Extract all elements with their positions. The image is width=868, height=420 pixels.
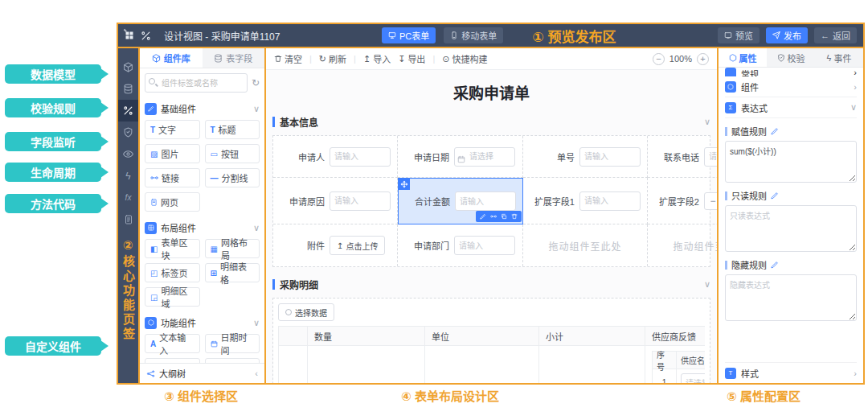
component-item-detail-area[interactable]: ◲明细区域: [145, 287, 200, 307]
component-cube-icon[interactable]: [118, 56, 138, 78]
rule-icon[interactable]: [490, 213, 497, 220]
tab-events[interactable]: ϟ 事件: [815, 48, 863, 67]
field-apply-dept[interactable]: 申请部门: [398, 224, 523, 266]
app-grid-icon[interactable]: [125, 31, 134, 40]
section-accent-bar: [272, 117, 275, 127]
contact-phone-input[interactable]: [704, 147, 717, 167]
component-item-text-input[interactable]: A文本输入: [145, 334, 200, 353]
validation-shield-icon[interactable]: [118, 121, 138, 143]
text-input-icon: A: [150, 340, 156, 348]
copy-icon[interactable]: [501, 213, 507, 220]
component-item-title[interactable]: T标题: [205, 120, 260, 139]
chevron-right-icon: ›: [854, 68, 857, 76]
component-item-webpage[interactable]: 网页: [145, 192, 200, 212]
field-ext-2[interactable]: 扩展字段2 − +: [648, 178, 717, 224]
form-design-area: 清空 | ↻ 刷新 | ↥ 导入 ↧ 导出: [266, 48, 719, 383]
row-general-clipped[interactable]: 常规 ›: [725, 68, 857, 76]
tab-table-fields[interactable]: 表字段: [203, 48, 265, 68]
component-item-detail-table[interactable]: ⊞明细表格: [205, 263, 260, 282]
refresh-button[interactable]: ↻ 刷新: [319, 52, 346, 65]
webpage-icon: [150, 199, 158, 206]
component-label: 图片: [161, 147, 178, 160]
field-order-no[interactable]: 单号: [523, 136, 648, 178]
field-contact-phone[interactable]: 联系电话: [648, 136, 717, 178]
quick-build-button[interactable]: ⊙ 快捷构建: [442, 52, 487, 65]
select-data-button[interactable]: 选择数据: [278, 303, 334, 321]
component-item-tab-page[interactable]: ◰标签页: [145, 263, 200, 282]
order-no-input[interactable]: [579, 147, 641, 167]
data-model-database-icon[interactable]: [118, 78, 138, 100]
design-view-icon[interactable]: [118, 100, 138, 121]
preview-button[interactable]: 预览: [718, 27, 760, 43]
field-apply-reason[interactable]: 申请原因: [273, 178, 398, 224]
tab-label: 校验: [788, 51, 805, 64]
drop-target-cell[interactable]: 拖动组件至此处: [648, 224, 717, 266]
apply-dept-input[interactable]: [454, 236, 515, 255]
row-style[interactable]: T 样式 ›: [725, 362, 857, 383]
row-component[interactable]: 组件 ›: [725, 76, 857, 97]
field-apply-date[interactable]: 申请日期: [398, 136, 523, 178]
drop-target-cell[interactable]: 拖动组件至此处: [523, 224, 648, 266]
section-function-components[interactable]: 功能组件 ∨: [145, 313, 260, 332]
callout-label: 字段监听: [31, 134, 76, 150]
field-label: 申请原因: [280, 195, 325, 208]
export-button[interactable]: ↧ 导出: [398, 52, 425, 65]
edit-rule-icon[interactable]: [771, 127, 779, 135]
component-item-image[interactable]: ▨图片: [145, 144, 200, 163]
component-item-divider[interactable]: —分割线: [205, 168, 260, 187]
clear-button[interactable]: 清空: [274, 52, 302, 65]
component-item-link[interactable]: 链接: [145, 168, 200, 187]
ext-field1-input[interactable]: [579, 191, 641, 211]
edit-rule-icon[interactable]: [771, 261, 779, 269]
phone-icon: [450, 31, 458, 39]
field-total-amount-selected[interactable]: 合计金额: [398, 178, 523, 224]
stepper-minus-button[interactable]: −: [704, 192, 717, 210]
edit-icon[interactable]: [480, 213, 486, 220]
delete-icon[interactable]: [511, 213, 518, 220]
apply-reason-input[interactable]: [330, 191, 391, 211]
pc-form-button[interactable]: PC表单: [382, 27, 436, 43]
collapse-chevron-icon[interactable]: ∨: [704, 279, 710, 290]
tab-validation[interactable]: 校验: [767, 48, 815, 67]
component-search-input[interactable]: [145, 73, 248, 93]
component-item-form-block[interactable]: ◧表单区块: [145, 239, 200, 258]
component-item-button[interactable]: ▭按钮: [205, 144, 260, 163]
zoom-in-button[interactable]: +: [697, 53, 709, 65]
assign-rule-textarea[interactable]: sum($(小计)): [725, 141, 857, 183]
tab-properties[interactable]: 属性: [719, 48, 767, 67]
mobile-form-button[interactable]: 移动表单: [444, 27, 503, 43]
component-item-text[interactable]: T文字: [145, 120, 200, 139]
row-expression[interactable]: Σ 表达式 ∨: [725, 97, 857, 118]
total-amount-input[interactable]: [455, 191, 516, 211]
drag-move-icon[interactable]: [398, 178, 410, 190]
sub-column-header: 序号: [653, 352, 677, 369]
edit-rule-icon[interactable]: [771, 191, 779, 200]
hidden-rule-textarea[interactable]: [725, 274, 857, 321]
zoom-out-button[interactable]: −: [653, 53, 665, 65]
applicant-input[interactable]: [330, 147, 391, 167]
field-ext-1[interactable]: 扩展字段1: [523, 178, 648, 224]
field-applicant[interactable]: 申请人: [273, 136, 398, 178]
supplier-select[interactable]: 请选择 ∨: [681, 373, 705, 383]
section-basic-components[interactable]: 基础组件 ∨: [145, 99, 260, 118]
upload-button[interactable]: ↥ 点击上传: [330, 236, 385, 255]
method-code-fx-icon[interactable]: fx: [118, 187, 138, 208]
component-item-grid-layout[interactable]: ▦网格布局: [205, 239, 260, 258]
lifecycle-bolt-icon[interactable]: ϟ: [118, 165, 138, 187]
back-button[interactable]: ← 返回: [814, 27, 857, 43]
general-icon: [725, 68, 736, 76]
field-watch-eye-icon[interactable]: [118, 143, 138, 165]
collapse-chevron-icon[interactable]: ∨: [704, 117, 710, 127]
publish-button[interactable]: 发布: [766, 27, 808, 43]
sync-icon[interactable]: ↻: [252, 77, 260, 89]
form-title: 采购申请单: [272, 75, 710, 111]
import-button[interactable]: ↥ 导入: [363, 52, 391, 65]
section-layout-components[interactable]: 布局组件 ∨: [145, 218, 260, 237]
component-item-datetime[interactable]: 日期时间: [205, 334, 260, 353]
field-attachment[interactable]: 附件 ↥ 点击上传: [273, 224, 398, 266]
outline-tree-bar[interactable]: 大纲树 ‹: [140, 363, 264, 383]
code-doc-icon[interactable]: [118, 208, 138, 230]
tab-component-library[interactable]: 组件库: [140, 48, 203, 68]
readonly-rule-textarea[interactable]: [725, 205, 857, 252]
detail-section-title: 采购明细: [280, 278, 318, 291]
